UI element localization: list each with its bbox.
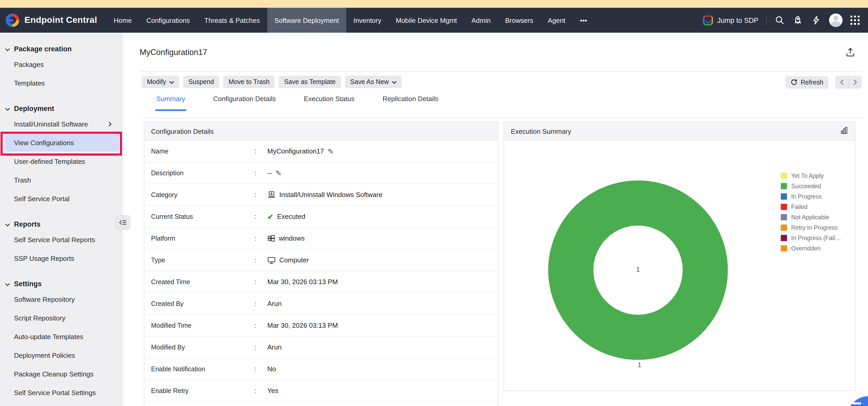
legend-item-succeeded[interactable]: Succeeded — [781, 181, 841, 191]
row-colon: : — [254, 337, 256, 358]
apps-grid-icon[interactable] — [850, 15, 860, 25]
edit-pencil-icon[interactable]: ✎ — [328, 147, 334, 155]
jump-to-sdp-button[interactable]: Jump to SDP — [703, 15, 758, 25]
nav-item-threats-patches[interactable]: Threats & Patches — [197, 8, 267, 33]
chevron-down-icon — [392, 78, 397, 86]
sidebar-section-header-deployment[interactable]: Deployment — [0, 102, 123, 114]
suspend-button[interactable]: Suspend — [183, 76, 219, 88]
export-icon[interactable] — [845, 47, 856, 58]
sidebar-item-package-cleanup-settings[interactable]: Package Cleanup Settings — [0, 365, 123, 383]
sidebar-item-user-defined-templates[interactable]: User-defined Templates — [0, 152, 123, 171]
row-value-text: Install/Uninstall Windows Software — [279, 191, 382, 199]
row-label: Description — [151, 162, 184, 183]
sidebar-item-label: Templates — [14, 79, 45, 87]
legend-item-overridden[interactable]: Overridden — [781, 243, 841, 253]
row-label: Modified By — [151, 337, 185, 358]
nav-item-inventory[interactable]: Inventory — [346, 8, 389, 33]
execution-summary-card: Execution Summary 1 1 Yet To ApplySuccee… — [503, 122, 856, 391]
nav-item-agent[interactable]: Agent — [540, 8, 572, 33]
sidebar-item-label: Self Service Portal Settings — [14, 388, 96, 397]
nav-item-software-deployment[interactable]: Software Deployment — [267, 8, 346, 33]
nav-item-admin[interactable]: Admin — [464, 8, 498, 33]
donut-center-total: 1 — [628, 266, 648, 273]
prev-page-button[interactable] — [835, 76, 849, 89]
sidebar-section-label: Package creation — [14, 45, 72, 53]
sidebar-item-self-service-portal-reports[interactable]: Self Service Portal Reports — [0, 230, 123, 249]
move-to-trash-button[interactable]: Move to Trash — [223, 76, 275, 88]
brand-name: Endpoint Central — [24, 15, 97, 25]
row-value-text: windows — [279, 234, 305, 242]
sidebar-item-auto-update-templates[interactable]: Auto-update Templates — [0, 327, 123, 346]
sidebar-item-deployment-policies[interactable]: Deployment Policies — [0, 346, 123, 365]
sidebar-item-label: Deployment Policies — [14, 351, 75, 359]
legend-label: In Progress — [791, 194, 822, 200]
table-row-enable-retry: Enable Retry:Yes — [144, 380, 498, 402]
legend-item-in-progress[interactable]: In Progress — [781, 191, 841, 202]
legend-item-not-applicable[interactable]: Not Applicable — [781, 212, 841, 223]
sidebar-item-view-configurations[interactable]: View Configurations — [5, 134, 119, 151]
refresh-button[interactable]: Refresh — [785, 76, 829, 89]
more-menu-icon[interactable]: ••• — [572, 8, 594, 33]
search-icon[interactable] — [775, 15, 785, 25]
sidebar-item-script-repository[interactable]: Script Repository — [0, 308, 123, 327]
modify-button[interactable]: Modify — [142, 76, 179, 88]
save-as-new-button[interactable]: Save As New — [345, 76, 402, 88]
sidebar-item-packages[interactable]: Packages — [0, 55, 123, 74]
sidebar-item-label: Auto-update Templates — [14, 333, 83, 340]
sidebar-item-self-service-portal[interactable]: Self Service Portal — [0, 189, 123, 208]
nav-item-browsers[interactable]: Browsers — [498, 8, 540, 33]
button-label: Modify — [147, 78, 166, 86]
user-avatar[interactable] — [829, 13, 843, 27]
row-label: Total Retry Count — [151, 402, 201, 406]
sidebar-item-self-service-portal-settings[interactable]: Self Service Portal Settings — [0, 383, 123, 402]
sidebar-section-deployment: DeploymentInstall/Uninstall SoftwareView… — [0, 102, 123, 208]
sidebar-section-header-package-creation[interactable]: Package creation — [0, 42, 123, 55]
collapse-sidebar-button[interactable] — [115, 215, 130, 230]
sidebar-section-header-reports[interactable]: Reports — [0, 218, 123, 230]
nav-item-mobile-device-mgmt[interactable]: Mobile Device Mgmt — [389, 8, 464, 33]
sidebar-item-install-uninstall-software[interactable]: Install/Uninstall Software — [0, 114, 123, 133]
legend-label: Succeeded — [791, 183, 821, 189]
endpoint-central-logo-icon — [6, 13, 19, 27]
legend-item-yet-to-apply[interactable]: Yet To Apply — [781, 171, 841, 181]
legend-swatch — [781, 214, 787, 221]
row-colon: : — [254, 249, 256, 271]
sidebar-item-label: SSP Usage Reports — [14, 254, 74, 262]
rocket-icon[interactable] — [793, 15, 803, 25]
tab-configuration-details[interactable]: Configuration Details — [213, 95, 276, 111]
row-colon: : — [254, 184, 256, 205]
legend-item-retry-in-progress[interactable]: Retry In Progress — [781, 223, 841, 233]
save-as-template-button[interactable]: Save as Template — [279, 76, 341, 88]
topbar-right: Jump to SDP — [703, 8, 868, 33]
sidebar-item-trash[interactable]: Trash — [0, 171, 123, 189]
tab-strip: SummaryConfiguration DetailsExecution St… — [156, 95, 438, 111]
sidebar-item-label: Software Repository — [14, 295, 75, 303]
legend-swatch — [781, 235, 787, 241]
row-value: windows — [267, 228, 305, 249]
button-label: Save as Template — [284, 78, 336, 86]
sidebar-item-ssp-usage-reports[interactable]: SSP Usage Reports — [0, 249, 123, 268]
app-window: Endpoint Central HomeConfigurationsThrea… — [0, 0, 868, 406]
row-label: Modified Time — [151, 315, 192, 336]
button-label: Save As New — [350, 78, 389, 86]
table-row-modified-time: Modified Time:Mar 30, 2026 03:13 PM — [144, 315, 498, 337]
nav-item-home[interactable]: Home — [106, 8, 139, 33]
sidebar-item-label: Package Cleanup Settings — [14, 370, 93, 378]
legend-item-failed[interactable]: Failed — [781, 202, 841, 212]
tab-execution-status[interactable]: Execution Status — [304, 95, 354, 111]
table-row-enable-notification: Enable Notification:No — [144, 358, 498, 380]
sidebar-section-header-settings[interactable]: Settings — [0, 277, 123, 290]
tab-summary[interactable]: Summary — [156, 95, 185, 111]
row-colon: : — [254, 140, 256, 162]
quick-actions-bolt-icon[interactable] — [811, 15, 821, 25]
next-page-button[interactable] — [849, 76, 862, 89]
edit-pencil-icon[interactable]: ✎ — [275, 169, 281, 176]
row-colon: : — [254, 315, 256, 336]
sidebar-item-software-repository[interactable]: Software Repository — [0, 290, 123, 308]
legend-item-in-progress-fail-[interactable]: In Progress (Fail… — [781, 233, 841, 243]
sidebar-item-templates[interactable]: Templates — [0, 74, 123, 92]
sidebar-section-settings: SettingsSoftware RepositoryScript Reposi… — [0, 277, 123, 402]
tab-replication-details[interactable]: Replication Details — [382, 95, 438, 111]
nav-item-configurations[interactable]: Configurations — [139, 8, 197, 33]
bar-chart-toggle-icon[interactable] — [840, 126, 849, 136]
